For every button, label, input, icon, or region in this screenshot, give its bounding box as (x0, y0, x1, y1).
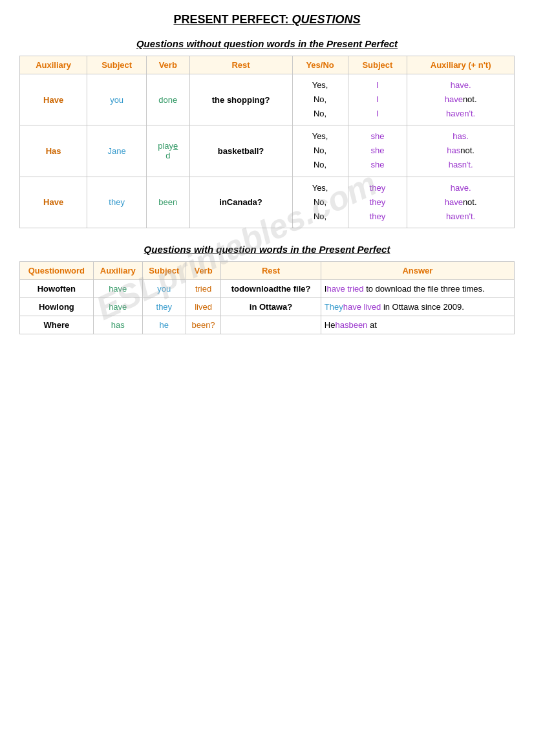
cell-subj: they (87, 177, 147, 228)
cell-verb-p: been? (186, 316, 220, 334)
cell-qword: Howoften (20, 279, 94, 297)
table2-header-row: Questionword Auxiliary Subject Verb Rest… (20, 261, 515, 279)
cell-subj2: theytheythey (348, 177, 407, 228)
cell-aux-g: has (93, 316, 142, 334)
cell-rest2 (221, 316, 321, 334)
table-row: Have they been inCanada? Yes,No,No, they… (20, 177, 515, 228)
cell-subj: Jane (87, 125, 147, 177)
cell-aux-g: have (93, 279, 142, 297)
cell-subj2: shesheshe (348, 125, 407, 177)
page-title: PRESENT PERFECT: QUESTIONS (19, 13, 515, 27)
cell-subj-b: he (142, 316, 186, 334)
cell-aux2: has. hasnot. hasn't. (407, 125, 515, 177)
cell-subj: you (87, 74, 147, 125)
cell-rest2: todownloadthe file? (221, 279, 321, 297)
cell-answer: Hehasbeen at (321, 316, 514, 334)
cell-aux: Has (20, 125, 87, 177)
table-row: Have you done the shopping? Yes,No,No, I… (20, 74, 515, 125)
cell-answer: Ihave tried to download the file three t… (321, 279, 514, 297)
th-auxiliary: Auxiliary (20, 56, 87, 74)
th2-auxiliary: Auxiliary (93, 261, 142, 279)
table2-wrapper: Questionword Auxiliary Subject Verb Rest… (19, 261, 515, 334)
cell-rest2: in Ottawa? (221, 297, 321, 316)
cell-verb-p: lived (186, 297, 220, 316)
cell-aux: Have (20, 74, 87, 125)
cell-verb-p: tried (186, 279, 220, 297)
table2: Questionword Auxiliary Subject Verb Rest… (19, 261, 515, 334)
th2-answer: Answer (321, 261, 514, 279)
cell-aux2: have. havenot. haven't. (407, 177, 515, 228)
table-row: Where has he been? Hehasbeen at (20, 316, 515, 334)
section1-title: Questions without question words in the … (19, 38, 515, 49)
table-row: Howlong have they lived in Ottawa? Theyh… (20, 297, 515, 316)
table1-header-row: Auxiliary Subject Verb Rest Yes/No Subje… (20, 56, 515, 74)
table1: Auxiliary Subject Verb Rest Yes/No Subje… (19, 56, 515, 228)
cell-yesno: Yes,No,No, (292, 74, 348, 125)
cell-qword: Howlong (20, 297, 94, 316)
cell-answer: Theyhave lived in Ottawa since 2009. (321, 297, 514, 316)
cell-rest: inCanada? (189, 177, 292, 228)
th-auxiliary2: Auxiliary (+ n't) (407, 56, 515, 74)
cell-yesno: Yes,No,No, (292, 125, 348, 177)
cell-verb: played (146, 125, 189, 177)
cell-subj2: III (348, 74, 407, 125)
cell-verb: been (146, 177, 189, 228)
th-rest: Rest (189, 56, 292, 74)
cell-qword: Where (20, 316, 94, 334)
cell-aux2: have. havenot. haven't. (407, 74, 515, 125)
th2-rest: Rest (221, 261, 321, 279)
cell-aux-g: have (93, 297, 142, 316)
table-row: Has Jane played basketball? Yes,No,No, s… (20, 125, 515, 177)
th-subject: Subject (87, 56, 147, 74)
cell-rest: the shopping? (189, 74, 292, 125)
table-row: Howoften have you tried todownloadthe fi… (20, 279, 515, 297)
th-yesno: Yes/No (292, 56, 348, 74)
th2-subject: Subject (142, 261, 186, 279)
cell-aux: Have (20, 177, 87, 228)
th-subject2: Subject (348, 56, 407, 74)
section2-title: Questions with question words in the Pre… (19, 244, 515, 255)
table1-wrapper: Auxiliary Subject Verb Rest Yes/No Subje… (19, 56, 515, 228)
cell-subj-b: they (142, 297, 186, 316)
th2-questionword: Questionword (20, 261, 94, 279)
cell-verb: done (146, 74, 189, 125)
cell-rest: basketball? (189, 125, 292, 177)
th2-verb: Verb (186, 261, 220, 279)
cell-yesno: Yes,No,No, (292, 177, 348, 228)
th-verb: Verb (146, 56, 189, 74)
cell-subj-b: you (142, 279, 186, 297)
